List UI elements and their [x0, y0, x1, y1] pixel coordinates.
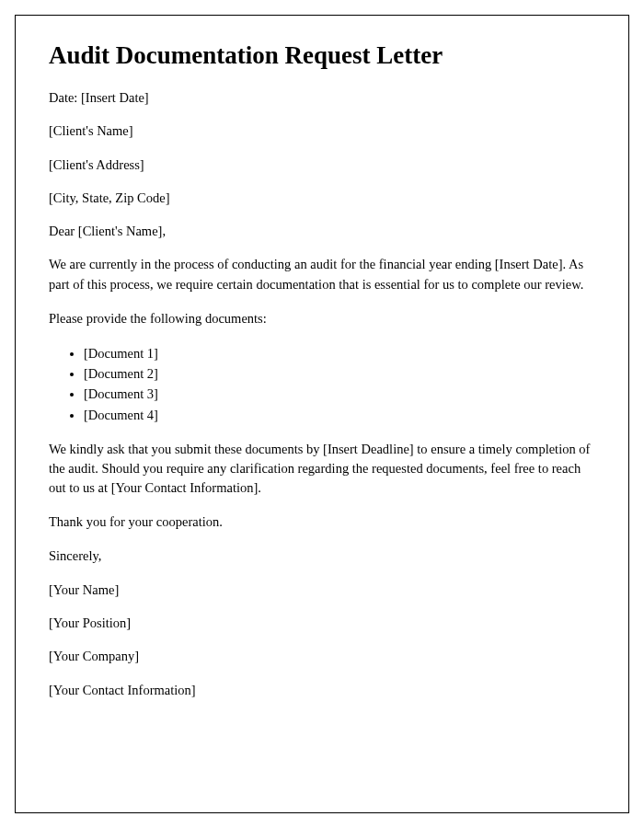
- recipient-city: [City, State, Zip Code]: [49, 189, 595, 207]
- recipient-name: [Client's Name]: [49, 121, 595, 140]
- list-item: [Document 1]: [84, 343, 595, 363]
- document-title: Audit Documentation Request Letter: [49, 41, 595, 70]
- date-line: Date: [Insert Date]: [49, 88, 595, 107]
- signer-company: [Your Company]: [49, 647, 595, 665]
- document-page: Audit Documentation Request Letter Date:…: [15, 15, 629, 813]
- list-item: [Document 3]: [84, 384, 595, 404]
- body-paragraph-2: Please provide the following documents:: [49, 309, 595, 328]
- signer-name: [Your Name]: [49, 581, 595, 599]
- body-paragraph-3: We kindly ask that you submit these docu…: [49, 440, 595, 498]
- recipient-address: [Client's Address]: [49, 155, 595, 174]
- closing-line: Sincerely,: [49, 546, 595, 565]
- list-item: [Document 4]: [84, 405, 595, 425]
- thanks-line: Thank you for your cooperation.: [49, 512, 595, 532]
- signer-contact: [Your Contact Information]: [49, 681, 595, 699]
- list-item: [Document 2]: [84, 363, 595, 384]
- salutation: Dear [Client's Name],: [49, 222, 595, 240]
- signer-position: [Your Position]: [49, 614, 595, 632]
- document-list: [Document 1] [Document 2] [Document 3] […: [84, 343, 595, 426]
- body-paragraph-1: We are currently in the process of condu…: [49, 255, 595, 293]
